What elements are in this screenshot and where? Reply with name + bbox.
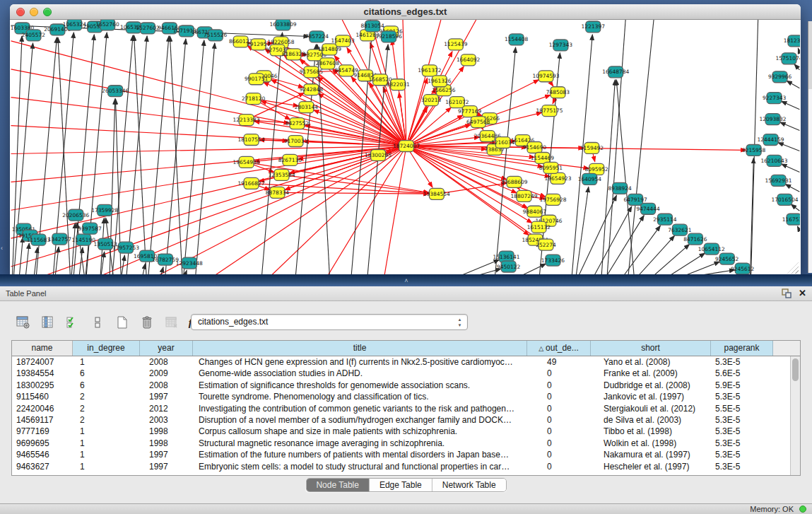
graph-edge[interactable] <box>262 33 283 275</box>
scrollbar-thumb[interactable] <box>792 358 799 381</box>
column-header-out_de[interactable]: △out_de... <box>527 341 591 356</box>
column-header-pagerank[interactable]: pagerank <box>711 341 773 356</box>
tab-network-table[interactable]: Network Table <box>433 479 506 491</box>
tab-edge-table[interactable]: Edge Table <box>370 479 433 491</box>
graph-edge[interactable] <box>122 255 124 275</box>
graph-edge[interactable] <box>11 146 406 211</box>
table-cell: 5.5E-5 <box>711 403 773 414</box>
citation-network-graph[interactable]: 1872400786601238912954182260589275036818… <box>11 20 800 275</box>
graph-edge[interactable] <box>11 41 406 146</box>
graph-edge[interactable] <box>780 122 800 131</box>
graph-edge[interactable] <box>196 43 215 275</box>
new-column-icon[interactable] <box>113 313 131 332</box>
graph-edge[interactable] <box>134 35 146 275</box>
graph-node-label: 9397587 <box>78 226 102 232</box>
graph-edge[interactable] <box>798 48 799 52</box>
graph-edge[interactable] <box>794 64 799 70</box>
window-close-button[interactable] <box>16 8 25 16</box>
table-cell: 5.3E-5 <box>711 356 773 368</box>
graph-edge[interactable] <box>25 243 29 275</box>
table-mode-icon[interactable] <box>14 313 33 332</box>
graph-edge[interactable] <box>11 98 406 146</box>
table-selector-dropdown[interactable]: citations_edges.txt ▲▼ <box>191 314 468 330</box>
graph-edge[interactable] <box>607 216 644 275</box>
graph-edge[interactable] <box>751 158 754 275</box>
graph-edge[interactable] <box>639 235 674 275</box>
graph-edge[interactable] <box>13 36 23 275</box>
graph-edge[interactable] <box>787 81 799 88</box>
delete-column-icon[interactable] <box>138 313 156 332</box>
graph-edge[interactable] <box>278 192 429 194</box>
graph-edge[interactable] <box>462 259 500 275</box>
graph-edge[interactable] <box>778 143 800 151</box>
graph-edge[interactable] <box>184 40 204 275</box>
select-columns-icon[interactable] <box>64 313 82 332</box>
graph-edge[interactable] <box>624 226 660 275</box>
network-canvas[interactable]: 1872400786601238912954182260589275036818… <box>11 20 800 275</box>
window-zoom-button[interactable] <box>43 8 52 16</box>
graph-edge[interactable] <box>791 204 799 211</box>
table-vertical-scrollbar[interactable] <box>790 356 800 475</box>
tab-node-table[interactable]: Node Table <box>306 479 370 491</box>
graph-edge[interactable] <box>495 47 516 275</box>
network-window-titlebar[interactable]: citations_edges.txt <box>10 4 801 20</box>
graph-edge[interactable] <box>628 20 654 275</box>
graph-edge[interactable] <box>523 264 546 275</box>
graph-edge[interactable] <box>165 39 186 275</box>
column-header-name[interactable]: name <box>12 341 73 356</box>
table-row[interactable]: 946554611997Estimation of the future num… <box>12 449 790 460</box>
panel-collapse-handle-icon[interactable]: ‹ <box>1 245 6 252</box>
splitter-handle-icon[interactable]: ˄ <box>402 278 411 284</box>
table-row[interactable]: 2242004622012Investigating the contribut… <box>12 403 790 414</box>
column-header-year[interactable]: year <box>140 341 193 356</box>
table-row[interactable]: 1456911722003Disruption of a novel membe… <box>12 414 790 426</box>
graph-edge[interactable] <box>572 35 592 275</box>
column-header-short[interactable]: short <box>591 341 711 356</box>
graph-node-label: 9901751 <box>245 76 269 82</box>
table-cell: de Silva et al. (2003) <box>591 414 711 426</box>
graph-edge[interactable] <box>11 69 406 146</box>
graph-edge[interactable] <box>384 146 406 275</box>
graph-edge[interactable] <box>785 185 799 192</box>
network-window-title: citations_edges.txt <box>10 4 801 19</box>
graph-edge[interactable] <box>797 226 799 230</box>
graph-edge[interactable] <box>170 36 182 275</box>
graph-edge[interactable] <box>601 80 615 275</box>
column-header-in_degree[interactable]: in_degree <box>73 341 140 356</box>
close-panel-icon[interactable]: ✕ <box>799 288 806 298</box>
graph-node-label: 6479197 <box>623 197 647 203</box>
graph-edge[interactable] <box>782 164 800 173</box>
column-header-title[interactable]: title <box>193 341 527 356</box>
graph-edge[interactable] <box>654 244 690 275</box>
table-cell: 1 <box>73 438 140 449</box>
graph-node-label: 8427552 <box>286 120 309 127</box>
table-row[interactable]: 946362711997Embryonic stem cells: a mode… <box>12 461 790 472</box>
table-cell: Wolkin et al. (1998) <box>591 438 711 449</box>
graph-node-label: 17359928 <box>91 207 118 214</box>
graph-edge[interactable] <box>328 146 406 275</box>
graph-node-label: 12093832 <box>760 116 787 122</box>
graph-edge[interactable] <box>11 126 406 146</box>
float-window-icon[interactable] <box>782 288 792 298</box>
graph-edge[interactable] <box>406 146 433 188</box>
table-row[interactable]: 1830029562008Estimation of significance … <box>12 380 790 391</box>
table-row[interactable]: 1872400712008Changes of HCN gene express… <box>12 356 790 368</box>
table-row[interactable]: 911546021997Tourette syndrome. Phenomeno… <box>12 391 790 402</box>
table-cell: 9777169 <box>12 426 73 437</box>
graph-edge[interactable] <box>143 264 146 275</box>
table-row[interactable]: 1938455462009Genome-wide association stu… <box>12 368 790 379</box>
graph-edge[interactable] <box>782 101 800 110</box>
table-cell: 2009 <box>140 368 193 379</box>
table-row[interactable]: 969969511998Structural magnetic resonanc… <box>12 438 790 449</box>
show-columns-icon[interactable] <box>39 313 57 332</box>
window-minimize-button[interactable] <box>30 8 38 16</box>
graph-edge[interactable] <box>11 146 406 239</box>
graph-edge[interactable] <box>148 36 169 275</box>
graph-edge[interactable] <box>11 146 406 154</box>
graph-node-label: 8878334 <box>266 189 290 196</box>
graph-edge[interactable] <box>579 195 616 275</box>
table-cell: 1998 <box>140 438 193 449</box>
table-row[interactable]: 977716911998Corpus callosum shape and si… <box>12 426 790 437</box>
graph-edge[interactable] <box>20 237 23 275</box>
row-options-icon[interactable] <box>88 313 107 332</box>
